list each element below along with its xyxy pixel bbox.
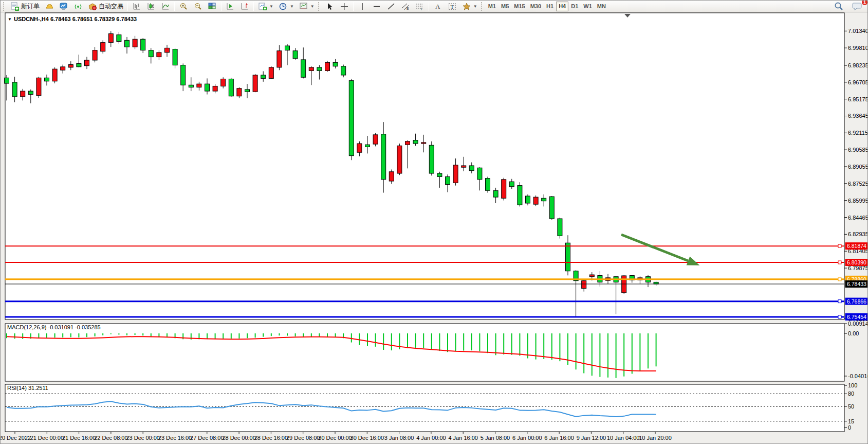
main-pane[interactable] (5, 13, 844, 319)
time-tick-label: 6 Jan 00:00 (512, 435, 542, 441)
new-chart-button[interactable]: ▼ (255, 1, 276, 11)
candle (502, 178, 506, 201)
candle (52, 67, 57, 83)
time-tick-label: 27 Dec 08:00 (190, 435, 224, 441)
candle-chart-button[interactable] (144, 1, 158, 11)
zoom-in-button[interactable] (176, 1, 191, 11)
autotrading-button[interactable]: 自动交易 (85, 1, 126, 11)
zoom-out-icon (193, 2, 202, 11)
support-line-blue-1-handle[interactable] (838, 300, 841, 303)
new-order-button-label: 新订单 (21, 2, 40, 11)
line-chart-icon (161, 2, 170, 11)
vertical-line-button[interactable] (355, 1, 370, 11)
text-button[interactable]: A (431, 1, 445, 11)
trendline-button[interactable] (384, 1, 398, 11)
time-tick-label: 23 Dec 16:00 (158, 435, 192, 441)
rsi-tick-label: 80 (848, 390, 854, 397)
price-tick-label: 6.84465 (848, 215, 868, 221)
candle (269, 66, 273, 79)
community-button[interactable] (57, 1, 71, 11)
resistance-line-1-handle[interactable] (838, 244, 841, 247)
search-icon (834, 2, 844, 11)
fibo-icon: F (415, 2, 424, 11)
scroll-to-end-button[interactable] (223, 1, 237, 11)
chevron-down-icon: ▼ (473, 4, 477, 9)
time-tick-label: 28 Dec 16:00 (254, 435, 288, 441)
macd-tick-label: -0.040162 (848, 373, 868, 379)
tile-windows-button[interactable] (205, 1, 219, 11)
cursor-button[interactable] (323, 1, 337, 11)
resistance-line-1-price-text: 6.81874 (847, 243, 866, 249)
bar-chart-button[interactable] (130, 1, 144, 11)
timeframe-MN-button[interactable]: MN (595, 2, 608, 11)
support-line-blue-2-price-text: 6.75454 (847, 314, 866, 320)
time-tick-label: 28 Dec 00:00 (222, 435, 255, 441)
text-label-button[interactable]: T (445, 1, 459, 11)
signals-button[interactable] (71, 1, 85, 11)
signals-icon (73, 2, 83, 11)
search-button[interactable] (831, 1, 846, 11)
toolbar-separator (127, 2, 128, 11)
horizontal-line-button[interactable] (370, 1, 384, 11)
svg-text:F: F (421, 7, 423, 11)
candles-chart-icon (146, 2, 156, 11)
gold-button[interactable] (42, 1, 57, 11)
svg-text:T: T (450, 3, 454, 9)
price-tick-label: 6.98235 (848, 62, 868, 68)
timeframe-W1-button[interactable]: W1 (581, 2, 595, 11)
notifications-button[interactable]: 1 (849, 1, 865, 11)
channel-button[interactable]: E (398, 1, 413, 11)
candle (558, 218, 562, 239)
timeframe-M5-button[interactable]: M5 (498, 2, 511, 11)
price-tick-label: 6.89055 (848, 164, 868, 170)
rsi-tick-label: 100 (848, 382, 857, 388)
toolbar-grip[interactable] (3, 2, 6, 11)
mt4-terminal-window: 新订单自动交易▼▼▼EFAT▼M1M5M15M30H1H4D1W1MN 1 7.… (0, 0, 868, 444)
templates-button[interactable]: ▼ (297, 1, 317, 11)
candle (622, 275, 626, 293)
new-order-button[interactable]: 新订单 (8, 1, 42, 11)
toolbar-grip[interactable] (318, 2, 321, 11)
candle (36, 77, 41, 98)
timeframe-H1-button[interactable]: H1 (544, 2, 556, 11)
fibonacci-button[interactable]: F (413, 1, 427, 11)
line-chart-button[interactable] (158, 1, 173, 11)
templates-icon (299, 2, 308, 11)
timeframe-H4-button[interactable]: H4 (556, 2, 568, 11)
support-line-orange-handle[interactable] (838, 278, 841, 281)
notification-badge: 1 (862, 0, 867, 5)
timeframe-M15-button[interactable]: M15 (511, 2, 527, 11)
new-order-icon (10, 2, 20, 11)
gold-icon (45, 2, 54, 11)
macd-pane[interactable] (5, 324, 844, 381)
time-tick-label: 22 Dec 08:00 (94, 435, 127, 441)
toolbar-separator (429, 2, 429, 11)
arrows-button[interactable]: ▼ (459, 1, 480, 11)
resistance-line-2-handle[interactable] (838, 261, 841, 264)
auto-scroll-icon (240, 2, 249, 11)
support-line-blue-2-handle[interactable] (838, 315, 841, 318)
timeframe-M30-button[interactable]: M30 (528, 2, 544, 11)
zoom-out-button[interactable] (191, 1, 205, 11)
price-tick-label: 6.85995 (848, 198, 868, 204)
current-price-text: 6.78433 (847, 281, 866, 287)
cursor-icon (325, 2, 335, 11)
time-tick-label: 21 Dec 00:00 (30, 435, 64, 441)
rsi-label: RSI(14) 31.2511 (7, 385, 48, 391)
macd-tick-label: 0.00 (848, 330, 859, 336)
timeframe-M1-button[interactable]: M1 (486, 2, 498, 11)
auto-scroll-button[interactable] (237, 1, 252, 11)
periods-button[interactable]: ▼ (276, 1, 297, 11)
price-chart[interactable]: 7.013406.998106.982356.967056.951756.936… (1, 12, 868, 444)
candle (373, 133, 378, 147)
time-tick-label: 4 Jan 16:00 (448, 435, 478, 441)
crosshair-button[interactable] (337, 1, 352, 11)
main-toolbar: 新订单自动交易▼▼▼EFAT▼M1M5M15M30H1H4D1W1MN 1 (1, 1, 868, 12)
periods-icon (279, 2, 288, 11)
label-icon: T (448, 2, 457, 11)
chart-menu-caret[interactable]: ▼ (8, 17, 12, 22)
vline-icon (358, 2, 367, 11)
timeframe-D1-button[interactable]: D1 (568, 2, 581, 11)
chart-title: ▼USDCNH-,H4 6.78463 6.78651 6.78329 6.78… (8, 16, 137, 22)
toolbar-grip[interactable] (481, 2, 484, 11)
